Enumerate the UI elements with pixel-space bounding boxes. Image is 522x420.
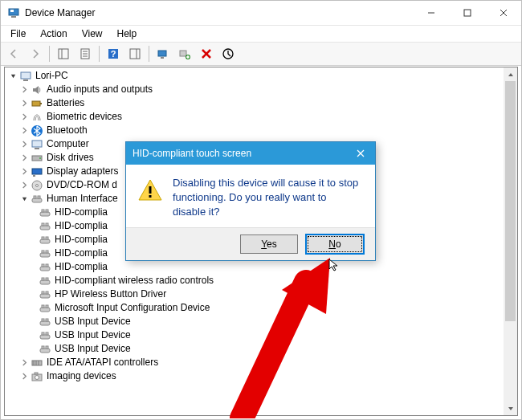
dialog-button-row: Yes No xyxy=(126,227,375,260)
svg-rect-45 xyxy=(40,226,50,230)
tree-device[interactable]: Microsoft Input Configuration Device xyxy=(8,301,504,315)
chevron-right-icon[interactable] xyxy=(19,85,29,95)
svg-rect-40 xyxy=(34,196,36,198)
tree-device[interactable]: HID-complia xyxy=(8,260,504,274)
maximize-button[interactable] xyxy=(449,1,485,25)
chevron-right-icon[interactable] xyxy=(19,372,29,381)
bluetooth-icon xyxy=(31,124,43,137)
chevron-right-icon[interactable] xyxy=(19,358,29,368)
svg-rect-48 xyxy=(40,239,50,243)
forward-button[interactable] xyxy=(26,44,45,63)
app-icon xyxy=(7,6,20,19)
svg-rect-49 xyxy=(42,237,44,239)
dvd-icon xyxy=(31,179,43,192)
camera-icon xyxy=(31,370,43,383)
chevron-right-icon[interactable] xyxy=(19,112,29,122)
hid-icon xyxy=(39,261,51,274)
dialog-title: HID-compliant touch screen xyxy=(133,148,353,159)
hid-icon xyxy=(39,234,51,247)
chevron-down-icon[interactable] xyxy=(8,71,18,81)
svg-point-38 xyxy=(36,184,39,186)
warning-icon xyxy=(137,177,163,203)
svg-rect-51 xyxy=(40,253,50,257)
svg-rect-47 xyxy=(46,223,48,226)
svg-rect-84 xyxy=(149,186,152,194)
properties-button[interactable] xyxy=(75,44,95,63)
separator xyxy=(99,46,100,62)
tree-category[interactable]: Audio inputs and outputs xyxy=(8,83,504,96)
separator xyxy=(49,46,50,62)
menu-view[interactable]: View xyxy=(75,27,109,41)
chevron-right-icon[interactable] xyxy=(19,153,29,163)
close-button[interactable] xyxy=(485,1,521,25)
chevron-down-icon[interactable] xyxy=(19,194,29,204)
svg-rect-54 xyxy=(40,267,50,271)
hid-icon xyxy=(39,343,51,356)
tree-label: Lori-PC xyxy=(35,69,68,83)
audio-icon xyxy=(31,84,43,96)
svg-rect-50 xyxy=(46,237,48,239)
svg-rect-29 xyxy=(40,103,42,104)
help-button[interactable]: ? xyxy=(104,44,123,63)
dialog-close-button[interactable] xyxy=(353,145,369,161)
svg-rect-26 xyxy=(21,72,31,79)
svg-rect-65 xyxy=(46,305,48,308)
menu-help[interactable]: Help xyxy=(111,27,144,41)
back-button[interactable] xyxy=(4,44,23,63)
scroll-down-button[interactable] xyxy=(504,402,517,415)
scroll-up-button[interactable] xyxy=(504,67,517,81)
menu-file[interactable]: File xyxy=(4,27,32,41)
vertical-scrollbar[interactable] xyxy=(504,67,517,415)
tree-device[interactable]: USB Input Device xyxy=(8,328,504,342)
svg-rect-53 xyxy=(46,251,48,253)
add-legacy-hardware-button[interactable] xyxy=(175,44,194,63)
hid-icon xyxy=(31,193,43,206)
menu-bar: File Action View Help xyxy=(1,26,521,43)
chevron-right-icon[interactable] xyxy=(19,126,29,136)
tree-label: USB Input Device xyxy=(55,342,131,356)
tree-label: Microsoft Input Configuration Device xyxy=(55,301,210,315)
disable-button[interactable] xyxy=(218,44,238,63)
svg-text:?: ? xyxy=(111,49,116,59)
svg-rect-68 xyxy=(46,319,48,321)
svg-rect-58 xyxy=(42,278,44,280)
tree-category[interactable]: Biometric devices xyxy=(8,110,504,124)
chevron-right-icon[interactable] xyxy=(19,181,29,190)
svg-rect-7 xyxy=(59,49,68,59)
tree-device[interactable]: USB Input Device xyxy=(8,342,504,356)
tree-device[interactable]: HP Wireless Button Driver xyxy=(8,287,504,301)
svg-rect-73 xyxy=(42,346,44,349)
tree-category[interactable]: Imaging devices xyxy=(8,369,504,383)
tree-root[interactable]: Lori-PC xyxy=(8,69,504,83)
tree-category[interactable]: Batteries xyxy=(8,96,504,110)
hid-icon xyxy=(39,302,51,315)
toolbar: ? xyxy=(1,43,521,66)
chevron-right-icon[interactable] xyxy=(19,167,29,177)
svg-rect-72 xyxy=(40,349,50,353)
hid-icon xyxy=(39,329,51,342)
dialog-message: Disabling this device will cause it to s… xyxy=(173,176,362,219)
tree-category[interactable]: IDE ATA/ATAPI controllers xyxy=(8,356,504,369)
minimize-button[interactable] xyxy=(413,1,449,25)
scrollbar-thumb[interactable] xyxy=(505,81,516,321)
show-hide-console-tree-button[interactable] xyxy=(54,44,73,63)
svg-rect-69 xyxy=(40,335,50,339)
scan-hardware-button[interactable] xyxy=(153,44,173,63)
hid-icon xyxy=(39,247,51,260)
action-pane-button[interactable] xyxy=(125,44,145,63)
uninstall-button[interactable] xyxy=(197,44,216,63)
svg-rect-66 xyxy=(40,321,50,325)
no-button[interactable]: No xyxy=(306,234,364,254)
yes-button[interactable]: Yes xyxy=(240,234,298,254)
fingerprint-icon xyxy=(31,111,43,124)
svg-rect-36 xyxy=(33,175,35,177)
scrollbar-track[interactable] xyxy=(504,81,517,402)
tree-device[interactable]: HID-compliant wireless radio controls xyxy=(8,274,504,287)
chevron-right-icon[interactable] xyxy=(19,99,29,108)
tree-category[interactable]: Bluetooth xyxy=(8,124,504,137)
menu-action[interactable]: Action xyxy=(34,27,73,41)
tree-device[interactable]: USB Input Device xyxy=(8,315,504,328)
chevron-right-icon[interactable] xyxy=(19,140,29,149)
svg-rect-70 xyxy=(42,332,44,335)
dialog-title-bar[interactable]: HID-compliant touch screen xyxy=(126,142,375,165)
